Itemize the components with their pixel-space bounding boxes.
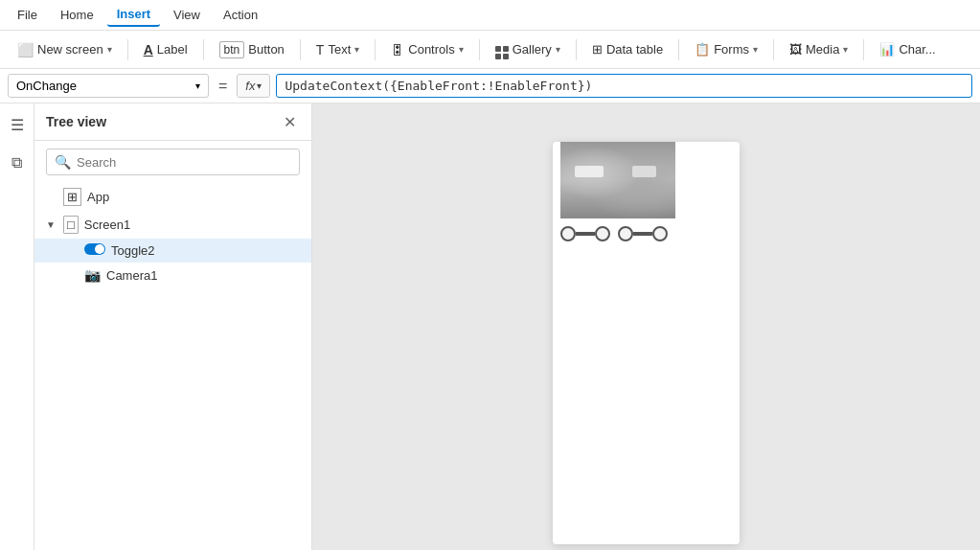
toolbar: ⬜ New screen ▾ A Label btn Button T Text… [0,31,980,69]
camera1-label: Camera1 [106,268,157,283]
tree-view-title: Tree view [46,114,106,129]
fx-label: fx [245,79,255,93]
controls-label: Controls [408,42,454,57]
fx-button[interactable]: fx ▾ [237,74,270,98]
controls-icon: 🎛 [391,42,404,57]
search-icon: 🔍 [55,154,71,170]
button-label: Button [248,42,285,57]
charts-label: Char... [899,42,935,57]
camera-image [560,142,675,218]
button-button[interactable]: btn Button [210,36,294,63]
gallery-label: Gallery [513,42,552,57]
screen-icon: □ [63,216,79,234]
text-icon: T [316,42,325,57]
chevron-down-icon: ▾ [459,44,464,55]
label-button[interactable]: A Label [134,37,197,62]
menu-insert[interactable]: Insert [107,3,160,27]
formula-bar: OnChange ▾ = fx ▾ [0,69,980,103]
controls-button[interactable]: 🎛 Controls ▾ [381,37,472,62]
separator [678,39,679,60]
dumbbell-right-end2 [652,226,668,241]
tree-item-camera1[interactable]: 📷 Camera1 [34,263,311,287]
menu-view[interactable]: View [164,4,210,26]
formula-input[interactable] [276,74,972,98]
forms-button[interactable]: 📋 Forms ▾ [685,37,767,61]
dumbbell-bar-right [633,232,652,236]
media-button[interactable]: 🖼 Media ▾ [780,37,857,61]
close-button[interactable]: ✕ [279,111,300,132]
separator [479,39,480,60]
separator [300,39,301,60]
layers-icon: ⧉ [11,154,22,172]
tree-item-app[interactable]: ⊞ App [34,183,311,211]
forms-label: Forms [714,42,749,57]
fx-chevron-icon: ▾ [257,80,262,91]
search-box[interactable]: 🔍 [46,149,300,175]
charts-icon: 📊 [879,42,895,57]
text-label: Text [328,42,351,57]
media-icon: 🖼 [789,42,802,57]
label-icon: A [144,42,153,57]
separator [375,39,376,60]
button-icon: btn [219,41,245,58]
tree-items: ⊞ App ▼ □ Screen1 Toggle2 [34,183,311,550]
tree-item-toggle2[interactable]: Toggle2 [34,239,311,263]
dumbbell-left-end2 [618,226,633,241]
toggle-icon [84,243,105,258]
chevron-down-icon: ▾ [753,44,758,55]
separator [863,39,864,60]
toggle2-label: Toggle2 [111,243,155,258]
camera-icon: 📷 [84,267,101,283]
sidebar-icons: ☰ ⧉ [0,103,34,550]
label-label: Label [157,42,188,57]
separator [203,39,204,60]
tree-item-screen1[interactable]: ▼ □ Screen1 [34,211,311,239]
chevron-down-icon: ▾ [107,44,112,55]
media-label: Media [806,42,839,57]
hamburger-icon: ☰ [11,116,24,134]
hamburger-menu-button[interactable]: ☰ [4,111,31,138]
dumbbell-bar-left [576,232,595,236]
dumbbell-left-end [560,226,576,241]
forms-icon: 📋 [695,42,710,57]
dumbbell-right [618,226,668,241]
equals-sign: = [215,78,231,95]
property-dropdown[interactable]: OnChange ▾ [8,74,209,98]
tree-header: Tree view ✕ [34,103,311,141]
menu-file[interactable]: File [8,4,47,26]
screen1-label: Screen1 [84,218,130,232]
main-layout: ☰ ⧉ Tree view ✕ 🔍 ⊞ App ▼ □ Sc [0,103,980,550]
collapse-icon: ▼ [46,219,57,230]
phone-toggle-control [553,220,675,247]
menu-bar: File Home Insert View Action [0,0,980,31]
new-screen-button[interactable]: ⬜ New screen ▾ [8,37,122,62]
chevron-down-icon: ▾ [843,44,848,55]
app-icon: ⊞ [63,188,81,206]
gallery-button[interactable]: Gallery ▾ [486,35,570,64]
chevron-down-icon: ▾ [195,80,200,91]
data-table-button[interactable]: ⊞ Data table [582,37,672,61]
tree-panel: Tree view ✕ 🔍 ⊞ App ▼ □ Screen1 [34,103,312,550]
gallery-icon [495,40,509,59]
search-input[interactable] [77,155,291,170]
property-value: OnChange [16,79,77,93]
text-button[interactable]: T Text ▾ [307,37,369,62]
chevron-down-icon: ▾ [354,44,359,55]
separator [773,39,774,60]
new-screen-label: New screen [37,42,103,57]
chevron-down-icon: ▾ [556,44,560,55]
separator [576,39,577,60]
dumbbell-left [560,226,610,241]
app-label: App [87,190,109,204]
layers-button[interactable]: ⧉ [4,149,31,176]
menu-action[interactable]: Action [214,4,267,26]
camera-preview [560,142,675,218]
datatable-icon: ⊞ [592,42,603,57]
screen-icon: ⬜ [17,42,34,57]
separator [127,39,128,60]
dumbbell-right-end [595,226,610,241]
canvas-area [312,103,980,550]
phone-frame [553,142,740,544]
charts-button[interactable]: 📊 Char... [870,37,945,61]
menu-home[interactable]: Home [51,4,103,26]
